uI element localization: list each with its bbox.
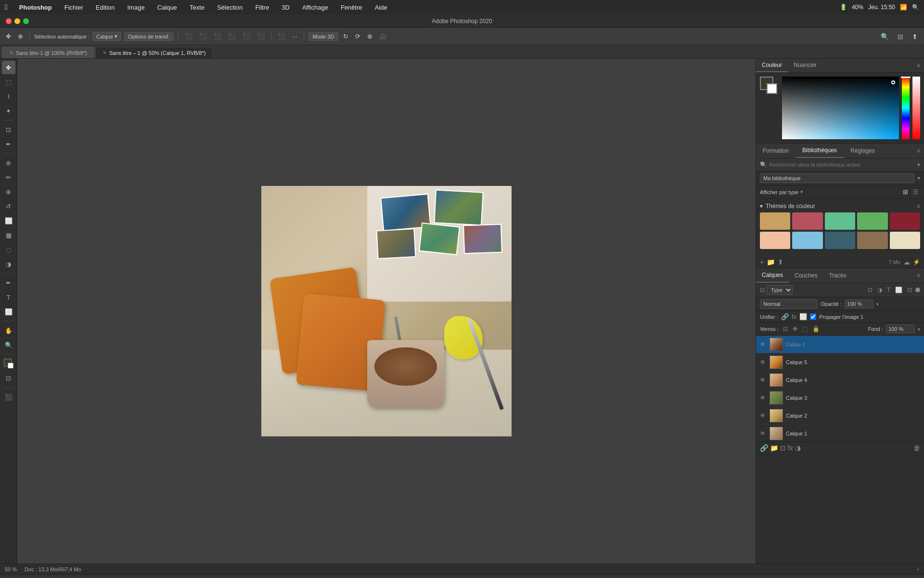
options-transf-button[interactable]: Options de transf.	[124, 32, 174, 41]
library-search-arrow[interactable]: ▾	[917, 161, 920, 168]
menu-filtre[interactable]: Filtre	[252, 3, 272, 12]
layer-item-4[interactable]: 👁 Calque 4	[756, 371, 924, 389]
pixel-filter-btn[interactable]: ⊡	[866, 286, 874, 294]
library-search-input[interactable]	[769, 162, 915, 168]
align-left-icon[interactable]: ⬛	[183, 32, 194, 41]
close-button[interactable]	[6, 18, 12, 24]
shape-filter-btn[interactable]: ⬜	[894, 286, 904, 294]
themes-settings-icon[interactable]: ≡	[917, 203, 920, 210]
list-view-btn[interactable]: ☰	[911, 187, 920, 197]
layer-item-5[interactable]: 👁 Calque 5	[756, 354, 924, 371]
menu-calque[interactable]: Calque	[154, 3, 180, 12]
fond-arrow[interactable]: ▾	[918, 327, 920, 332]
foreground-color-btn[interactable]	[2, 357, 15, 370]
selection-tool[interactable]: ⬚	[2, 75, 15, 89]
crop-tool[interactable]: ⊡	[2, 123, 15, 136]
opacity-arrow[interactable]: ▾	[876, 302, 879, 307]
clone-tool[interactable]: ⊕	[2, 185, 15, 198]
fx-layer-btn[interactable]: fx	[788, 444, 793, 452]
tab-2[interactable]: ✕ Sans titre – 1 @ 50% (Calque 1, RVB/8*…	[95, 47, 213, 58]
move-tool[interactable]: ✥	[2, 61, 15, 74]
mask-icon[interactable]: ⬜	[799, 313, 807, 320]
spot-heal-tool[interactable]: ⊛	[2, 156, 15, 170]
reset-icon[interactable]: ⟳	[353, 32, 362, 41]
align-right-icon[interactable]: ⬛	[212, 32, 223, 41]
menu-texte[interactable]: Texte	[187, 3, 207, 12]
camera-icon[interactable]: 🎥	[377, 32, 389, 41]
fond-input[interactable]	[886, 325, 915, 333]
blend-mode-select[interactable]: Normal	[760, 299, 818, 309]
share-icon[interactable]: ⬆	[910, 32, 920, 41]
delete-layer-btn[interactable]: 🗑	[913, 444, 920, 452]
brush-tool[interactable]: ✏	[2, 171, 15, 184]
lock-pixels-icon[interactable]: ⊡	[782, 325, 789, 333]
theme-swatch-9[interactable]	[890, 232, 920, 249]
add-theme-btn[interactable]: +	[760, 258, 764, 266]
text-filter-btn[interactable]: T	[886, 286, 892, 294]
smartobj-filter-btn[interactable]: ⊡	[906, 286, 913, 294]
grid-view-btn[interactable]: ⊞	[901, 187, 910, 197]
color-gradient[interactable]	[782, 77, 899, 139]
layer-item-bottom[interactable]: 👁 Calque 1	[756, 425, 924, 442]
hue-slider[interactable]	[902, 77, 910, 139]
tab-couches[interactable]: Couches	[789, 269, 823, 282]
library-settings-icon[interactable]: ≡	[913, 144, 924, 158]
tab-formation[interactable]: Formation	[756, 144, 796, 158]
theme-swatch-3[interactable]	[857, 212, 887, 230]
tab-couleur[interactable]: Couleur	[756, 59, 788, 72]
adjust-layer-btn[interactable]: ◑	[795, 444, 801, 452]
layer-eye-5[interactable]: 👁	[760, 359, 767, 366]
rotate-icon[interactable]: ↻	[341, 32, 350, 41]
menu-aide[interactable]: Aide	[372, 3, 390, 12]
scroll-indicator[interactable]: ›	[917, 566, 919, 573]
align-bottom-icon[interactable]: ⬛	[255, 32, 267, 41]
shape-tool[interactable]: ⬜	[2, 305, 15, 318]
tab-1[interactable]: ✕ Sans titre-1 @ 100% (RVB/8*)	[2, 47, 94, 58]
tab-close-1[interactable]: ✕	[9, 50, 13, 55]
fg-bg-colors[interactable]	[760, 77, 777, 94]
calques-settings-icon[interactable]: ≡	[913, 269, 924, 282]
crosshair-icon[interactable]: ⊕	[365, 32, 374, 41]
tool-options-icon[interactable]: ⊕	[16, 32, 25, 41]
search-icon[interactable]: 🔍	[912, 4, 919, 11]
menu-edition[interactable]: Edition	[93, 3, 118, 12]
menu-image[interactable]: Image	[125, 3, 148, 12]
layer-eye-3[interactable]: 👁	[760, 394, 767, 401]
menu-affichage[interactable]: Affichage	[299, 3, 331, 12]
maximize-button[interactable]	[23, 18, 29, 24]
distribute-icon[interactable]: ⬛	[276, 32, 287, 41]
quick-mask-tool[interactable]: ⊡	[2, 371, 15, 385]
zoom-tool[interactable]: 🔍	[2, 338, 15, 352]
layer-eye-2[interactable]: 👁	[760, 412, 767, 419]
layer-eye-4[interactable]: 👁	[760, 377, 767, 383]
link-icon[interactable]: 🔗	[781, 313, 789, 320]
calque-dropdown[interactable]: Calque ▾	[92, 32, 121, 41]
mask-layer-btn[interactable]: ⊡	[780, 444, 786, 452]
align-middle-icon[interactable]: ⬛	[241, 32, 252, 41]
theme-swatch-5[interactable]	[760, 232, 790, 249]
theme-swatch-2[interactable]	[825, 212, 855, 230]
mode-3d-button[interactable]: Mode 3D	[308, 32, 339, 41]
filter-type-select[interactable]: Type	[767, 285, 793, 295]
align-top-icon[interactable]: ⬛	[226, 32, 238, 41]
menu-3d[interactable]: 3D	[279, 3, 293, 12]
hand-tool[interactable]: ✋	[2, 324, 15, 337]
folder-layer-btn[interactable]: 📁	[770, 444, 778, 452]
gradient-tool[interactable]: ▦	[2, 228, 15, 242]
tab-traces[interactable]: Tracés	[823, 269, 852, 282]
text-tool[interactable]: T	[2, 290, 15, 304]
eraser-tool[interactable]: ⬜	[2, 214, 15, 227]
saturation-bar[interactable]	[912, 77, 920, 139]
move-tool-icon[interactable]: ✥	[4, 32, 13, 41]
more-options-icon[interactable]: ···	[290, 32, 299, 41]
tab-calques[interactable]: Calques	[756, 268, 789, 283]
layer-item-3[interactable]: 👁 Calque 3	[756, 389, 924, 407]
traffic-lights[interactable]	[6, 18, 29, 24]
background-color[interactable]	[767, 83, 777, 94]
lock-all-icon[interactable]: 🔒	[811, 325, 821, 333]
minimize-button[interactable]	[14, 18, 20, 24]
menu-fenetre[interactable]: Fenêtre	[338, 3, 365, 12]
color-panel-options[interactable]: ≡	[913, 59, 924, 72]
magic-wand-tool[interactable]: ✦	[2, 104, 15, 118]
lock-move-icon[interactable]: ✥	[791, 325, 799, 333]
